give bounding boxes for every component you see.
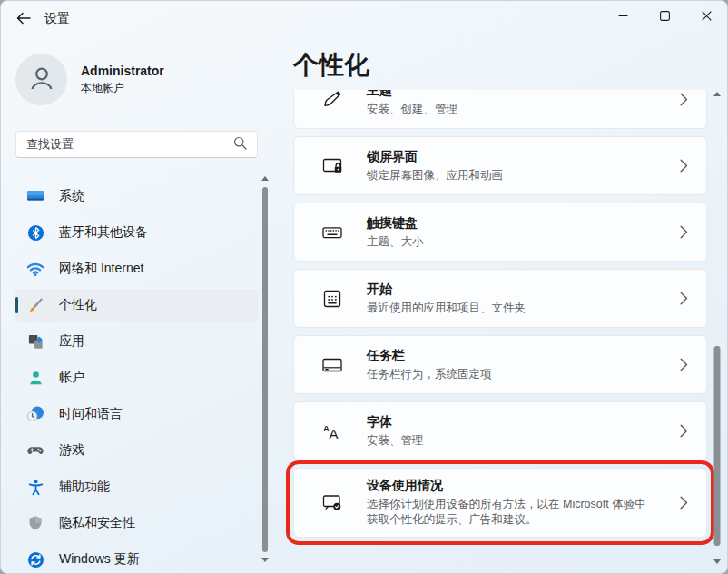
- search-icon: [233, 136, 247, 153]
- back-arrow-icon: [16, 12, 31, 27]
- user-name: Administrator: [81, 64, 164, 78]
- network-icon: [26, 260, 44, 278]
- card-lock-screen[interactable]: 锁屏界面 锁定屏幕图像、应用和动画: [293, 136, 707, 195]
- card-subtitle: 最近使用的应用和项目、文件夹: [367, 301, 656, 316]
- card-title: 任务栏: [367, 348, 656, 364]
- chevron-right-icon: [680, 496, 688, 510]
- main-content: 个性化 主题 安装、创建、管理 锁屏界面 锁定屏幕图像、应用和动画 触摸键盘 主…: [273, 37, 727, 573]
- card-subtitle: 选择你计划使用设备的所有方法，以在 Microsoft 体验中获取个性化的提示、…: [367, 497, 656, 528]
- chevron-right-icon: [680, 159, 688, 173]
- sidebar-item-label: 网络和 Internet: [59, 261, 143, 277]
- selected-indicator: [15, 297, 18, 313]
- time-language-icon: [26, 405, 44, 423]
- sidebar-item-label: 帐户: [59, 370, 84, 386]
- sidebar-item-label: 个性化: [59, 297, 97, 313]
- close-button[interactable]: [685, 1, 727, 32]
- card-title: 开始: [367, 282, 656, 298]
- chevron-right-icon: [680, 424, 688, 438]
- user-profile[interactable]: Administrator 本地帐户: [15, 54, 164, 105]
- privacy-icon: [26, 514, 44, 532]
- sidebar-item-windows-update[interactable]: Windows 更新: [15, 543, 258, 574]
- sidebar-item-time-language[interactable]: 时间和语言: [15, 398, 258, 430]
- card-title: 锁屏界面: [367, 149, 656, 165]
- fonts-icon: AA: [321, 421, 343, 442]
- system-icon: [26, 187, 44, 205]
- sidebar-item-bluetooth[interactable]: 蓝牙和其他设备: [15, 216, 258, 249]
- card-subtitle: 锁定屏幕图像、应用和动画: [367, 168, 656, 183]
- person-icon: [27, 64, 56, 96]
- maximize-button[interactable]: [644, 1, 685, 32]
- sidebar-item-label: 系统: [59, 188, 84, 204]
- sidebar-item-label: 蓝牙和其他设备: [59, 224, 148, 241]
- themes-icon: [321, 90, 343, 111]
- card-themes[interactable]: 主题 安装、创建、管理: [293, 90, 707, 129]
- chevron-right-icon: [680, 93, 688, 106]
- cards-viewport: 主题 安装、创建、管理 锁屏界面 锁定屏幕图像、应用和动画 触摸键盘 主题、大小…: [284, 90, 716, 573]
- sidebar: Administrator 本地帐户 查找设置 系统 蓝牙和其他设备 网络和 I…: [1, 37, 273, 573]
- sidebar-item-accessibility[interactable]: 辅助功能: [15, 470, 258, 503]
- bluetooth-icon: [26, 223, 44, 242]
- card-device-usage[interactable]: 设备使用情况 选择你计划使用设备的所有方法，以在 Microsoft 体验中获取…: [293, 468, 707, 538]
- sidebar-scrollbar-thumb[interactable]: [262, 187, 268, 552]
- card-taskbar[interactable]: 任务栏 任务栏行为，系统固定项: [293, 335, 707, 394]
- card-title: 字体: [367, 414, 656, 430]
- touch-keyboard-icon: [321, 222, 343, 243]
- card-subtitle: 安装、管理: [367, 433, 656, 449]
- user-account-type: 本地帐户: [81, 81, 164, 96]
- lock-screen-icon: [321, 155, 343, 177]
- start-icon: [321, 288, 343, 310]
- app-title: 设置: [44, 1, 70, 37]
- minimize-button[interactable]: [602, 1, 644, 32]
- sidebar-item-privacy[interactable]: 隐私和安全性: [15, 507, 258, 539]
- gaming-icon: [26, 441, 44, 460]
- scroll-down-icon[interactable]: [261, 558, 269, 562]
- accessibility-icon: [26, 478, 44, 496]
- chevron-right-icon: [680, 292, 688, 305]
- card-start[interactable]: 开始 最近使用的应用和项目、文件夹: [293, 269, 707, 328]
- sidebar-item-personalization[interactable]: 个性化: [15, 289, 258, 322]
- card-title: 触摸键盘: [367, 215, 656, 232]
- sidebar-item-label: 应用: [59, 333, 84, 350]
- close-icon: [702, 10, 712, 24]
- sidebar-item-label: 隐私和安全性: [59, 515, 135, 531]
- sidebar-nav: 系统 蓝牙和其他设备 网络和 Internet 个性化 应用 帐户 时间和语言 …: [15, 180, 258, 574]
- svg-text:A: A: [330, 426, 339, 441]
- sidebar-scrollbar[interactable]: [261, 176, 269, 562]
- chevron-right-icon: [680, 358, 688, 371]
- sidebar-item-label: 辅助功能: [59, 479, 110, 495]
- avatar: [15, 54, 67, 105]
- back-button[interactable]: [10, 6, 37, 32]
- taskbar-icon: [321, 354, 343, 376]
- accounts-icon: [26, 369, 44, 387]
- sidebar-item-gaming[interactable]: 游戏: [15, 434, 258, 467]
- sidebar-item-apps[interactable]: 应用: [15, 325, 258, 358]
- titlebar: 设置: [1, 1, 727, 37]
- sidebar-item-label: Windows 更新: [59, 551, 140, 568]
- main-scrollbar-thumb[interactable]: [714, 346, 721, 546]
- card-subtitle: 主题、大小: [367, 234, 656, 250]
- sidebar-item-accounts[interactable]: 帐户: [15, 361, 258, 394]
- scroll-up-icon[interactable]: [261, 176, 269, 181]
- chevron-right-icon: [680, 225, 688, 239]
- window-controls: [602, 1, 727, 32]
- apps-icon: [26, 332, 44, 351]
- device-usage-icon: [321, 491, 343, 513]
- card-subtitle: 安装、创建、管理: [367, 102, 656, 117]
- sidebar-item-system[interactable]: 系统: [15, 180, 258, 213]
- maximize-icon: [660, 10, 670, 24]
- search-placeholder: 查找设置: [26, 136, 233, 153]
- scroll-up-icon[interactable]: [713, 92, 721, 96]
- scroll-down-icon[interactable]: [713, 559, 721, 564]
- sidebar-item-label: 时间和语言: [59, 406, 123, 422]
- minimize-icon: [618, 10, 628, 24]
- windows-update-icon: [26, 550, 44, 569]
- settings-window: 设置 Administrator 本地帐户: [0, 0, 728, 574]
- card-title: 设备使用情况: [367, 478, 656, 494]
- page-title: 个性化: [293, 48, 369, 83]
- search-input[interactable]: 查找设置: [15, 131, 258, 158]
- card-fonts[interactable]: AA 字体 安装、管理: [293, 401, 707, 460]
- sidebar-item-label: 游戏: [59, 442, 84, 459]
- card-touch-keyboard[interactable]: 触摸键盘 主题、大小: [293, 203, 707, 262]
- main-scrollbar[interactable]: [713, 92, 722, 564]
- sidebar-item-network[interactable]: 网络和 Internet: [15, 252, 258, 285]
